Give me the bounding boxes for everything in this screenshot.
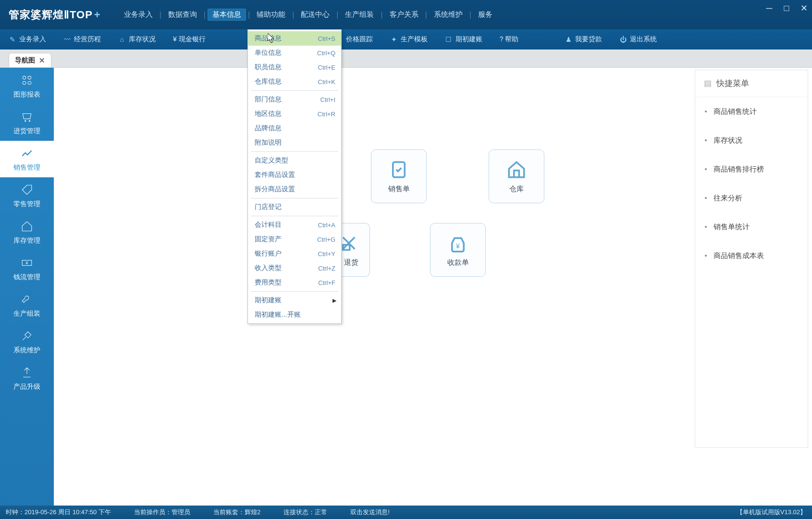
- quick-menu-panel: ▤ 快捷菜单 商品销售统计 库存状况 商品销售排行榜 往来分析 销售单统计 商品…: [695, 70, 808, 448]
- svg-point-0: [23, 76, 26, 79]
- sidebar-item-graphic-reports[interactable]: 图形报表: [0, 68, 54, 104]
- dd-initial-ledger[interactable]: 期初建账▶: [248, 293, 341, 308]
- menu-distribution[interactable]: 配送中心: [296, 9, 334, 21]
- tool-stock-status[interactable]: ⌂库存状况: [110, 35, 164, 44]
- qm-item-receivables[interactable]: 往来分析: [695, 184, 808, 212]
- logo-text: 管家婆辉煌ⅡTOP: [9, 8, 93, 22]
- qm-item-stock-status[interactable]: 库存状况: [695, 126, 808, 155]
- book-icon: ☐: [445, 36, 453, 43]
- qm-item-sales-order-stats[interactable]: 销售单统计: [695, 212, 808, 241]
- toolbar: ✎业务录入 〰经营历程 ⌂库存状况 ¥ 现金银行 ⚙物价管理 ▥价格跟踪 ✦生产…: [0, 29, 812, 49]
- close-icon[interactable]: ✕: [800, 4, 808, 12]
- tab-label: 导航图: [15, 56, 35, 65]
- dd-income-type[interactable]: 收入类型Ctrl+Z: [248, 261, 341, 275]
- basic-info-dropdown: 商品信息Ctrl+S 单位信息Ctrl+Q 职员信息Ctrl+E 仓库信息Ctr…: [247, 29, 342, 324]
- dd-brand-info[interactable]: 品牌信息: [248, 121, 341, 136]
- sb-version: 【单机版试用版V13.02】: [737, 508, 806, 517]
- tools-icon: [20, 329, 34, 343]
- tool-loan[interactable]: ♟我要贷款: [556, 35, 611, 44]
- upload-icon: [20, 365, 34, 380]
- tool-production-template[interactable]: ✦生产模板: [381, 35, 436, 44]
- tile-sales-order[interactable]: 销售单: [371, 149, 427, 203]
- qm-item-sales-cost[interactable]: 商品销售成本表: [695, 241, 808, 270]
- sb-clock: 时钟：2019-05-26 周日 10:47:50 下午: [6, 508, 111, 517]
- sidebar-item-retail[interactable]: 零售管理: [0, 177, 54, 214]
- tool-business-history[interactable]: 〰经营历程: [55, 35, 110, 44]
- canvas: 销售单 仓库 退货 ¥ 收款单 ▤ 快捷菜单 商品销售统计 库存状况 商品销售排…: [54, 68, 812, 506]
- sidebar-item-cashflow[interactable]: ¥ 钱流管理: [0, 250, 54, 287]
- sb-connection: 连接状态：正常: [283, 508, 327, 517]
- qm-item-sales-ranking[interactable]: 商品销售排行榜: [695, 155, 808, 184]
- dd-staff-info[interactable]: 职员信息Ctrl+E: [248, 60, 341, 74]
- dd-kit-setting[interactable]: 套件商品设置: [248, 168, 341, 182]
- tool-exit[interactable]: ⏻退出系统: [611, 35, 665, 44]
- sidebar-item-inventory[interactable]: 库存管理: [0, 214, 54, 250]
- clipboard-check-icon: [389, 160, 409, 180]
- titlebar: 管家婆辉煌ⅡTOP + 业务录入| 数据查询| 基本信息| 辅助功能| 配送中心…: [0, 0, 812, 29]
- svg-text:¥: ¥: [455, 242, 460, 249]
- tile-return-partial[interactable]: 退货: [342, 223, 370, 277]
- svg-point-2: [23, 81, 26, 85]
- menu-business-entry[interactable]: 业务录入: [119, 9, 158, 21]
- clipboard-icon: ✎: [9, 36, 16, 43]
- svg-point-5: [29, 120, 30, 122]
- sidebar-item-sysmaint[interactable]: 系统维护: [0, 323, 54, 360]
- tab-close-icon[interactable]: ✕: [39, 56, 45, 65]
- dd-initial-ledger-open[interactable]: 期初建账...开账: [248, 308, 341, 322]
- sb-account: 当前账套：辉煌2: [213, 508, 260, 517]
- tool-initial-ledger[interactable]: ☐期初建账: [436, 35, 491, 44]
- top-menu: 业务录入| 数据查询| 基本信息| 辅助功能| 配送中心| 生产组装| 客户关系…: [119, 9, 497, 21]
- dd-custom-type[interactable]: 自定义类型: [248, 153, 341, 168]
- menu-aux-functions[interactable]: 辅助功能: [252, 9, 290, 21]
- menu-service[interactable]: 服务: [473, 9, 497, 21]
- dd-department-info[interactable]: 部门信息Ctrl+I: [248, 92, 341, 107]
- dd-product-info[interactable]: 商品信息Ctrl+S: [248, 31, 341, 46]
- tile-receipt[interactable]: ¥ 收款单: [430, 223, 486, 277]
- dd-extra-desc[interactable]: 附加说明: [248, 136, 341, 150]
- power-icon: ⏻: [619, 36, 627, 43]
- cart-icon: [20, 110, 34, 124]
- wrench-icon: [20, 292, 34, 307]
- tool-help[interactable]: ? 帮助: [491, 35, 528, 44]
- sidebar-item-sales[interactable]: 销售管理: [0, 141, 54, 177]
- money-icon: ¥: [20, 256, 34, 270]
- tool-business-entry[interactable]: ✎业务录入: [0, 35, 55, 44]
- tile-warehouse[interactable]: 仓库: [489, 149, 544, 203]
- window-controls: ─ □ ✕: [765, 4, 808, 12]
- wrench-icon: ✦: [390, 36, 398, 43]
- tab-nav-map[interactable]: 导航图 ✕: [9, 53, 51, 67]
- menu-production[interactable]: 生产组装: [340, 9, 379, 21]
- sidebar-item-production[interactable]: 生产组装: [0, 287, 54, 323]
- menu-data-query[interactable]: 数据查询: [163, 9, 202, 21]
- menu-system-maint[interactable]: 系统维护: [429, 9, 468, 21]
- svg-point-4: [25, 120, 26, 122]
- sb-operator: 当前操作员：管理员: [134, 508, 190, 517]
- dd-account-subject[interactable]: 会计科目Ctrl+A: [248, 218, 341, 232]
- list-icon: ▤: [704, 78, 712, 88]
- dd-expense-type[interactable]: 费用类型Ctrl+F: [248, 275, 341, 290]
- quick-menu-header: ▤ 快捷菜单: [695, 70, 808, 97]
- sb-message[interactable]: 双击发送消息!: [350, 508, 390, 517]
- tabstrip: 导航图 ✕: [0, 49, 812, 68]
- sidebar-item-upgrade[interactable]: 产品升级: [0, 360, 54, 396]
- dd-fixed-asset[interactable]: 固定资产Ctrl+G: [248, 232, 341, 247]
- dd-store-register[interactable]: 门店登记: [248, 200, 341, 214]
- tool-cash-bank[interactable]: ¥ 现金银行: [164, 35, 214, 44]
- person-icon: ♟: [565, 36, 572, 43]
- main-area: 图形报表 进货管理 销售管理 零售管理 库存管理 ¥ 钱流管理 生产组装 系统维: [0, 68, 812, 506]
- maximize-icon[interactable]: □: [782, 4, 791, 12]
- warehouse-icon: [506, 160, 527, 180]
- chart-line-icon: 〰: [63, 36, 71, 43]
- dd-split-setting[interactable]: 拆分商品设置: [248, 182, 341, 197]
- dd-region-info[interactable]: 地区信息Ctrl+R: [248, 107, 341, 121]
- dd-bank-account[interactable]: 银行账户Ctrl+Y: [248, 247, 341, 261]
- menu-crm[interactable]: 客户关系: [385, 9, 423, 21]
- dd-warehouse-info[interactable]: 仓库信息Ctrl+K: [248, 74, 341, 89]
- tag-icon: [20, 183, 34, 197]
- minimize-icon[interactable]: ─: [765, 4, 774, 12]
- sidebar-item-purchase[interactable]: 进货管理: [0, 104, 54, 141]
- home-icon: [20, 219, 34, 234]
- qm-item-sales-stats[interactable]: 商品销售统计: [695, 97, 808, 126]
- dd-unit-info[interactable]: 单位信息Ctrl+Q: [248, 46, 341, 60]
- menu-basic-info[interactable]: 基本信息: [208, 9, 246, 21]
